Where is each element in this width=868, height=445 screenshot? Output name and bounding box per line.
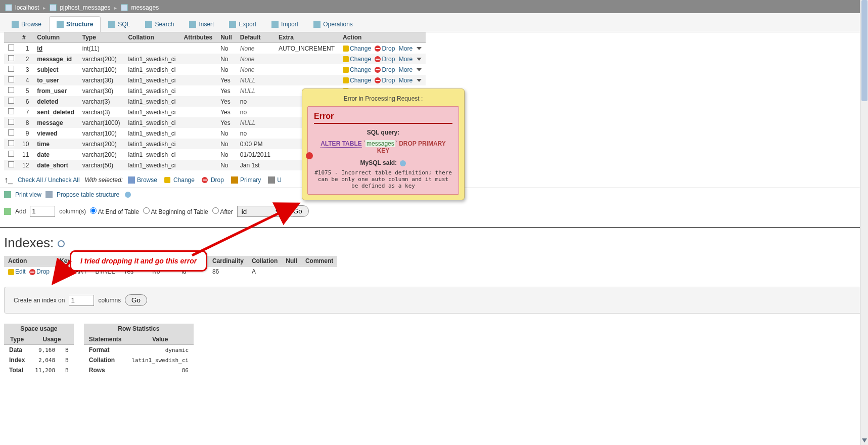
row-checkbox[interactable] <box>8 140 14 146</box>
more-link[interactable]: More <box>399 77 413 84</box>
database-icon <box>50 4 57 11</box>
col-default: no <box>236 96 275 107</box>
pencil-icon <box>343 56 349 62</box>
vertical-scrollbar[interactable] <box>860 0 868 375</box>
change-link[interactable]: Change <box>350 56 371 63</box>
stat-name: Collation <box>84 355 127 365</box>
drop-icon <box>202 177 208 183</box>
bulk-label: Change <box>173 176 195 184</box>
space-val: 2,048 <box>30 355 60 365</box>
operations-icon <box>313 21 321 28</box>
th-num: # <box>18 32 33 43</box>
col-default: no <box>236 107 275 117</box>
col-attributes <box>179 117 216 128</box>
column-row: 1idint(11)NoNoneAUTO_INCREMENTChange Dro… <box>4 43 426 54</box>
col-collation: latin1_swedish_ci <box>124 160 179 170</box>
refresh-icon[interactable] <box>58 240 65 247</box>
tab-browse[interactable]: Browse <box>4 16 49 32</box>
row-checkbox[interactable] <box>8 55 14 61</box>
bulk-primary[interactable]: Primary <box>231 176 261 184</box>
more-link[interactable]: More <box>399 45 413 52</box>
col-extra: AUTO_INCREMENT <box>275 43 339 54</box>
tab-export[interactable]: Export <box>221 16 264 32</box>
row-checkbox[interactable] <box>8 98 14 104</box>
tab-import[interactable]: Import <box>264 16 306 32</box>
bulk-unique[interactable]: U <box>268 176 282 184</box>
tab-structure[interactable]: Structure <box>49 16 101 32</box>
th-usage: Usage <box>30 334 73 345</box>
more-link[interactable]: More <box>399 66 413 73</box>
bulk-browse[interactable]: Browse <box>128 176 157 184</box>
change-link[interactable]: Change <box>350 77 371 84</box>
tab-label: Browse <box>21 21 41 28</box>
col-name: sent_deleted <box>33 107 78 117</box>
breadcrumb-db[interactable]: pjphost_messages <box>60 4 110 11</box>
stat-name: Rows <box>84 365 127 375</box>
col-actions: Change Drop More <box>339 75 426 85</box>
row-checkbox[interactable] <box>8 119 14 125</box>
drop-link[interactable]: Drop <box>382 66 395 73</box>
drop-link[interactable]: Drop <box>382 45 395 52</box>
th-comment: Comment <box>301 256 337 266</box>
bulk-change[interactable]: Change <box>164 176 195 184</box>
col-name: date <box>33 149 78 160</box>
col-name: from_user <box>33 85 78 96</box>
row-checkbox[interactable] <box>8 129 14 136</box>
col-actions: Change Drop More <box>339 64 426 75</box>
col-name: viewed <box>33 128 78 139</box>
tab-sql[interactable]: SQL <box>101 16 138 32</box>
add-count-input[interactable] <box>30 206 55 217</box>
row-checkbox[interactable] <box>8 161 14 167</box>
bulk-drop[interactable]: Drop <box>202 176 224 184</box>
go-button[interactable]: Go <box>287 205 309 217</box>
row-checkbox[interactable] <box>8 76 14 82</box>
unique-icon <box>268 176 275 184</box>
at-begin-radio[interactable]: At Beginning of Table <box>143 207 208 215</box>
change-link[interactable]: Change <box>350 66 371 73</box>
after-radio[interactable]: After <box>212 207 233 215</box>
bulk-label: Primary <box>240 176 261 184</box>
col-name: to_user <box>33 75 78 85</box>
index-columns-input[interactable] <box>69 295 94 306</box>
row-checkbox[interactable] <box>8 87 14 93</box>
propose-structure-link[interactable]: Propose table structure <box>57 191 119 198</box>
after-column-select[interactable]: id <box>237 206 283 217</box>
edit-index-link[interactable]: Edit <box>15 268 26 275</box>
help-icon[interactable] <box>125 192 131 198</box>
row-checkbox[interactable] <box>8 66 14 72</box>
create-index-go-button[interactable]: Go <box>125 294 147 306</box>
row-checkbox[interactable] <box>8 45 14 51</box>
drop-link[interactable]: Drop <box>382 56 395 63</box>
tab-bar: Browse Structure SQL Search Insert Expor… <box>0 13 868 32</box>
drop-icon <box>375 77 381 83</box>
col-null: Yes <box>216 96 236 107</box>
breadcrumb-server[interactable]: localhost <box>15 4 39 11</box>
col-name: deleted <box>33 96 78 107</box>
help-icon[interactable] <box>400 160 406 166</box>
change-link[interactable]: Change <box>350 45 371 52</box>
space-val: 11,208 <box>30 365 60 375</box>
col-default: NULL <box>236 117 275 128</box>
drop-index-link[interactable]: Drop <box>36 268 50 275</box>
col-type: varchar(30) <box>78 75 124 85</box>
check-all-link[interactable]: Check All / Uncheck All <box>18 176 80 184</box>
export-icon <box>229 21 236 28</box>
breadcrumb-table[interactable]: messages <box>131 4 159 11</box>
tab-label: Insert <box>199 21 214 28</box>
space-usage-table: Space usage TypeUsage Data9,160BIndex2,0… <box>4 324 74 375</box>
print-view-link[interactable]: Print view <box>15 191 41 198</box>
stat-value: 86 <box>126 365 194 375</box>
drop-icon <box>29 269 35 275</box>
tab-operations[interactable]: Operations <box>306 16 360 32</box>
col-default: 0:00 PM <box>236 139 275 149</box>
col-name: message_id <box>33 54 78 64</box>
scrollbar-thumb[interactable] <box>861 0 867 101</box>
row-checkbox[interactable] <box>8 108 14 114</box>
drop-link[interactable]: Drop <box>382 77 395 84</box>
row-checkbox[interactable] <box>8 151 14 157</box>
more-link[interactable]: More <box>399 56 413 63</box>
pencil-icon <box>343 46 349 52</box>
tab-insert[interactable]: Insert <box>181 16 221 32</box>
tab-search[interactable]: Search <box>138 16 181 32</box>
at-end-radio[interactable]: At End of Table <box>90 207 139 215</box>
